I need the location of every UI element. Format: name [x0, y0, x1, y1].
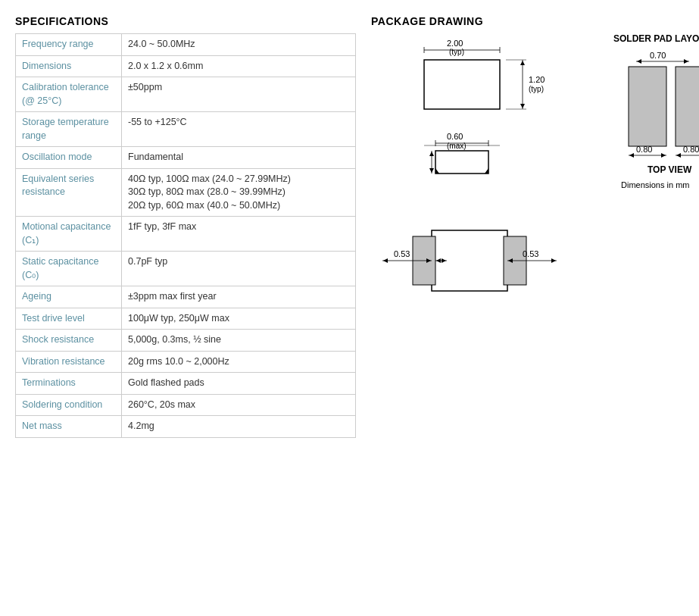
sp-dim-080-right: 0.80 — [683, 145, 699, 154]
spec-value: 100μW typ, 250μW max — [122, 308, 356, 330]
arrow-gap-right — [442, 258, 446, 263]
dim-060-label: 0.60 — [447, 132, 463, 141]
spec-value: 20g rms 10.0 ~ 2,000Hz — [122, 351, 356, 373]
spec-table: Frequency range24.0 ~ 50.0MHzDimensions2… — [15, 33, 356, 438]
spec-value: 1fF typ, 3fF max — [122, 217, 356, 252]
spec-value: Fundamental — [122, 147, 356, 169]
dim-053-right: 0.53 — [523, 249, 538, 258]
sp-br-arrow-l — [676, 153, 681, 158]
arrow-right-2 — [551, 258, 556, 263]
specifications-title: SPECIFICATIONS — [15, 15, 356, 27]
dim-typ1: (typ) — [449, 48, 464, 56]
spec-value: 260°C, 20s max — [122, 394, 356, 416]
spec-label: Dimensions — [16, 55, 122, 77]
table-row: Net mass4.2mg — [16, 416, 356, 438]
table-row: Calibration tolerance (@ 25°C)±50ppm — [16, 77, 356, 112]
spec-label: Net mass — [16, 416, 122, 438]
arrow-gap-left — [436, 258, 441, 263]
spec-label: Motional capacitance (C₁) — [16, 217, 122, 252]
spec-label: Storage temperature range — [16, 112, 122, 147]
spec-label: Vibration resistance — [16, 351, 122, 373]
arrow-down-side — [429, 168, 434, 173]
dim-typ2: (typ) — [529, 85, 544, 93]
table-row: Equivalent series resistance40Ω typ, 100… — [16, 168, 356, 217]
dim-120: 1.20 — [529, 75, 545, 84]
arrow-up-1 — [520, 61, 525, 65]
sp-bl-arrow-l — [629, 153, 634, 158]
spec-label: Oscillation mode — [16, 147, 122, 169]
spec-label: Shock resistance — [16, 330, 122, 352]
solder-pad-svg: 0.70 1.50 0.80 — [613, 48, 699, 260]
spec-value: 5,000g, 0.3ms, ½ sine — [122, 330, 356, 352]
spec-value: 2.0 x 1.2 x 0.6mm — [122, 55, 356, 77]
sp-arrow-r — [684, 59, 688, 64]
sp-top-view-label: TOP VIEW — [648, 164, 692, 175]
spec-label: Soldering condition — [16, 394, 122, 416]
spec-label: Test drive level — [16, 308, 122, 330]
table-row: Shock resistance5,000g, 0.3ms, ½ sine — [16, 330, 356, 352]
sp-dim-080-left: 0.80 — [636, 145, 652, 154]
table-row: TerminationsGold flashed pads — [16, 373, 356, 395]
table-row: Frequency range24.0 ~ 50.0MHz — [16, 34, 356, 56]
sp-arrow-l — [637, 59, 641, 64]
sp-right-pad — [676, 67, 699, 146]
spec-label: Equivalent series resistance — [16, 168, 122, 217]
page-layout: SPECIFICATIONS Frequency range24.0 ~ 50.… — [15, 15, 684, 438]
table-row: Motional capacitance (C₁)1fF typ, 3fF ma… — [16, 217, 356, 252]
dim-200: 2.00 — [447, 39, 463, 48]
solder-pad-section: SOLDER PAD LAYOUT 0.70 — [613, 33, 699, 262]
corner-left — [435, 168, 439, 174]
spec-label: Static capacitance (C₀) — [16, 252, 122, 286]
table-row: Dimensions2.0 x 1.2 x 0.6mm — [16, 55, 356, 77]
spec-value: ±50ppm — [122, 77, 356, 112]
dim-053-left: 0.53 — [394, 249, 410, 258]
spec-value: 4.2mg — [122, 416, 356, 438]
package-side-rect — [435, 151, 488, 174]
spec-value: 40Ω typ, 100Ω max (24.0 ~ 27.99MHz)30Ω t… — [122, 168, 356, 217]
dim-max: (max) — [447, 142, 467, 150]
package-svg: 2.00 (typ) 1.20 (typ) — [371, 33, 583, 352]
table-row: Static capacitance (C₀)0.7pF typ — [16, 252, 356, 286]
spec-label: Frequency range — [16, 34, 122, 56]
solder-pad-title: SOLDER PAD LAYOUT — [613, 33, 699, 44]
arrow-down-1 — [520, 104, 525, 108]
sp-bl-arrow-r — [661, 153, 666, 158]
spec-value: 24.0 ~ 50.0MHz — [122, 34, 356, 56]
spec-value: ±3ppm max first year — [122, 286, 356, 308]
spec-label: Calibration tolerance (@ 25°C) — [16, 77, 122, 112]
arrow-left-1 — [383, 258, 388, 263]
main-drawing: 2.00 (typ) 1.20 (typ) — [371, 33, 583, 354]
sp-dim-070: 0.70 — [650, 51, 666, 60]
table-row: Ageing±3ppm max first year — [16, 286, 356, 308]
specifications-panel: SPECIFICATIONS Frequency range24.0 ~ 50.… — [15, 15, 356, 438]
sp-dim-note: Dimensions in mm — [621, 180, 689, 189]
package-drawing-panel: PACKAGE DRAWING 2.00 (typ) — [371, 15, 699, 438]
table-row: Soldering condition260°C, 20s max — [16, 394, 356, 416]
table-row: Test drive level100μW typ, 250μW max — [16, 308, 356, 330]
package-drawing-title: PACKAGE DRAWING — [371, 15, 699, 27]
spec-value: Gold flashed pads — [122, 373, 356, 395]
package-top-rect — [424, 60, 500, 109]
spec-value: 0.7pF typ — [122, 252, 356, 286]
table-row: Vibration resistance20g rms 10.0 ~ 2,000… — [16, 351, 356, 373]
corner-right — [485, 168, 488, 174]
table-row: Storage temperature range-55 to +125°C — [16, 112, 356, 147]
arrow-up-side — [429, 152, 434, 156]
sp-left-pad — [629, 67, 666, 146]
table-row: Oscillation modeFundamental — [16, 147, 356, 169]
spec-label: Ageing — [16, 286, 122, 308]
spec-label: Terminations — [16, 373, 122, 395]
spec-value: -55 to +125°C — [122, 112, 356, 147]
drawing-container: 2.00 (typ) 1.20 (typ) — [371, 33, 699, 354]
